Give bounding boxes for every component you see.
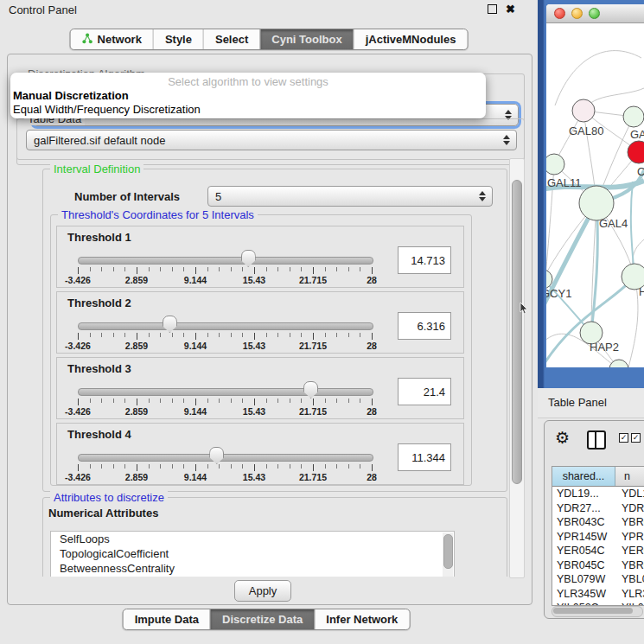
close-window-icon[interactable] bbox=[554, 8, 565, 19]
cell-shared-name: YBR043C bbox=[552, 515, 615, 530]
slider-tick bbox=[348, 267, 349, 271]
tab-impute-data[interactable]: Impute Data bbox=[124, 609, 210, 629]
slider-tick bbox=[348, 399, 349, 403]
network-node-GAL11[interactable] bbox=[546, 154, 564, 175]
network-canvas[interactable]: GAL80GACGAL11GAL4GCY1HHAP2 bbox=[546, 23, 644, 367]
list-scrollbar[interactable] bbox=[443, 532, 453, 577]
tab-style[interactable]: Style bbox=[153, 29, 203, 49]
interval-definition-group: Interval Definition Number of Intervals … bbox=[42, 169, 507, 492]
network-node-GAL4[interactable] bbox=[579, 186, 614, 220]
tab-jactivemnodules[interactable]: jActiveMNodules bbox=[354, 29, 468, 49]
table-row[interactable]: YBR043CYBR0 bbox=[552, 515, 644, 530]
slider-tick bbox=[219, 464, 220, 469]
network-node-GAL80[interactable] bbox=[572, 99, 595, 122]
algorithm-option-manual[interactable]: Manual Discretization bbox=[10, 89, 486, 103]
cyni-toolbox-panel: Discretization Algorithm Table Data galF… bbox=[7, 54, 532, 605]
slider-tick bbox=[160, 267, 161, 271]
threshold-value-input[interactable]: 14.713 bbox=[398, 246, 451, 274]
slider-track[interactable] bbox=[78, 257, 373, 265]
table-row[interactable]: YLR345WYLR3 bbox=[552, 587, 644, 602]
slider-tick bbox=[301, 333, 302, 337]
panel-title: Control Panel bbox=[9, 3, 77, 16]
numerical-attributes-label: Numerical Attributes bbox=[48, 507, 158, 520]
zoom-window-icon[interactable] bbox=[589, 8, 600, 19]
slider-tick bbox=[266, 464, 267, 469]
slider-tick bbox=[231, 267, 232, 271]
table-row[interactable]: YDR27...YDR2 bbox=[552, 501, 644, 516]
slider-tick-label: 28 bbox=[346, 275, 398, 285]
table-hscrollbar-thumb[interactable] bbox=[553, 608, 633, 614]
slider-track[interactable] bbox=[78, 322, 373, 330]
table-row[interactable]: YPR145WYPR1 bbox=[552, 530, 644, 545]
close-panel-icon[interactable]: ✖ bbox=[506, 4, 515, 14]
slider-tick bbox=[231, 464, 232, 469]
checkbox-icon[interactable]: ✓ bbox=[619, 433, 628, 443]
slider-tick bbox=[231, 399, 232, 403]
threshold-value-input[interactable]: 21.4 bbox=[398, 378, 451, 405]
slider-tick-label: 2.859 bbox=[111, 341, 163, 351]
table-row[interactable]: YBR045CYBR0 bbox=[552, 558, 644, 573]
slider-track[interactable] bbox=[78, 454, 373, 462]
slider-tick bbox=[101, 399, 102, 403]
slider-tick bbox=[124, 333, 125, 337]
threshold-value-input[interactable]: 11.344 bbox=[398, 443, 451, 471]
number-of-intervals-spinner[interactable]: 5 bbox=[207, 186, 493, 207]
node-attribute-table: shared... n YDL19...YDL1YDR27...YDR2YBR0… bbox=[552, 466, 644, 606]
threshold-panel: Threshold 3-3.4262.8599.14415.4321.71528… bbox=[56, 357, 464, 419]
cell-name: YBL0 bbox=[615, 572, 644, 587]
threshold-value-input[interactable]: 6.316 bbox=[398, 312, 451, 340]
slider-thumb[interactable] bbox=[209, 447, 224, 464]
network-node-label: GAL80 bbox=[569, 124, 603, 137]
numerical-attributes-list[interactable]: SelfLoopsTopologicalCoefficientBetweenne… bbox=[50, 531, 455, 577]
slider-tick bbox=[195, 267, 196, 274]
columns-icon[interactable] bbox=[587, 430, 606, 450]
attribute-list-item[interactable]: TopologicalCoefficient bbox=[51, 546, 454, 561]
tab-discretize-data[interactable]: Discretize Data bbox=[210, 609, 314, 629]
table-row[interactable]: YBL079WYBL0 bbox=[552, 572, 644, 587]
slider-tick bbox=[101, 464, 102, 469]
slider-tick-label: 15.43 bbox=[228, 341, 280, 351]
network-node-label: C bbox=[637, 165, 644, 178]
tab-infer-network[interactable]: Infer Network bbox=[314, 609, 409, 629]
slider-tick bbox=[301, 464, 302, 469]
slider-thumb[interactable] bbox=[163, 316, 177, 333]
slider-tick bbox=[290, 267, 290, 271]
slider-thumb[interactable] bbox=[303, 381, 318, 399]
slider-tick bbox=[348, 464, 349, 469]
algorithm-option-equal-width[interactable]: Equal Width/Frequency Discretization bbox=[10, 103, 486, 117]
tab-network[interactable]: Network bbox=[71, 29, 153, 49]
network-node-red-node[interactable] bbox=[628, 141, 644, 163]
slider-tick-label: 21.715 bbox=[287, 472, 339, 482]
panel-scrollbar[interactable] bbox=[509, 158, 525, 578]
slider-tick bbox=[290, 333, 290, 337]
slider-tick bbox=[290, 464, 290, 469]
slider-tick bbox=[266, 333, 267, 337]
panel-scrollbar-thumb[interactable] bbox=[512, 180, 522, 484]
slider-tick bbox=[348, 333, 349, 337]
tab-select[interactable]: Select bbox=[203, 29, 259, 49]
checkbox-icon[interactable]: ✓ bbox=[631, 433, 641, 443]
tab-cyni-toolbox[interactable]: Cyni Toolbox bbox=[259, 29, 353, 49]
slider-tick bbox=[313, 464, 314, 471]
minimize-window-icon[interactable] bbox=[571, 8, 583, 19]
cell-shared-name: YER054C bbox=[552, 544, 615, 558]
number-of-intervals-value: 5 bbox=[208, 190, 479, 203]
table-row[interactable]: YER054CYER0 bbox=[552, 544, 644, 558]
apply-button[interactable]: Apply bbox=[234, 580, 291, 602]
slider-tick-label: -3.426 bbox=[52, 275, 104, 285]
spinner-arrows-icon bbox=[479, 191, 486, 201]
attribute-list-item[interactable]: SelfLoops bbox=[51, 532, 454, 546]
slider-tick bbox=[124, 399, 125, 403]
column-header-shared-name[interactable]: shared... bbox=[552, 467, 615, 486]
float-panel-icon[interactable] bbox=[488, 4, 497, 14]
network-node-GA[interactable] bbox=[623, 106, 644, 127]
table-row[interactable]: YDL19...YDL1 bbox=[552, 487, 644, 501]
attribute-list-item[interactable]: BetweennessCentrality bbox=[51, 561, 454, 576]
table-data-combobox[interactable]: galFiltered.sif default node bbox=[26, 130, 517, 150]
table-hscrollbar[interactable] bbox=[552, 606, 643, 617]
slider-track[interactable] bbox=[78, 388, 373, 396]
column-header-name[interactable]: n bbox=[615, 467, 644, 486]
list-scrollbar-thumb[interactable] bbox=[443, 534, 453, 569]
slider-thumb[interactable] bbox=[241, 250, 256, 267]
gear-icon[interactable]: ⚙ bbox=[555, 428, 570, 448]
